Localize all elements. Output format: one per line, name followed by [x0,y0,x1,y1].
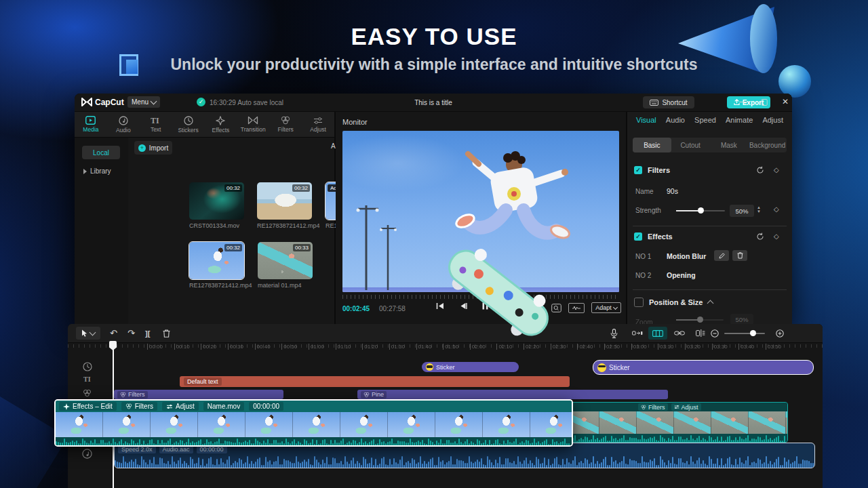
subtab-mask[interactable]: Mask [710,138,749,152]
keyframe-diamond-icon[interactable]: ◇ [774,205,779,213]
sidebar-item-library[interactable]: Library [83,167,111,175]
tab-adjust[interactable]: Adjust [302,112,334,137]
maximize-button[interactable]: ▢ [759,97,770,106]
link-icon[interactable] [674,330,685,336]
delete-effect-button[interactable] [732,250,747,261]
tab-effects[interactable]: Effects [205,112,237,137]
timeline-zoom-slider[interactable] [724,333,765,334]
reset-icon[interactable] [756,166,764,174]
snap-icon[interactable] [632,330,643,336]
keyframe-diamond-icon[interactable]: ◇ [774,166,779,174]
tab-text[interactable]: TI Text [140,112,172,137]
sidebar-item-local[interactable]: Local [82,146,120,159]
strength-stepper[interactable]: ▲▼ [757,206,761,214]
filters-badge[interactable]: Filters [121,402,157,411]
badge-label: Name.mov [208,403,240,410]
import-button[interactable]: + Import [134,141,172,155]
library-label: Library [90,167,111,175]
filter-clip[interactable]: Pine [357,390,668,399]
tab-visual[interactable]: Visual [636,116,656,128]
media-thumbnail[interactable]: 00:33 [258,242,313,279]
text-clip[interactable]: Default text [180,376,570,387]
mic-icon[interactable] [610,329,618,338]
adjust-badge[interactable]: Adjust [162,402,199,411]
filmstrip-frame [599,411,637,434]
media-thumbnail[interactable]: 00:32 [189,242,244,279]
tab-stickers[interactable]: Stickers [172,112,205,137]
zoom-slider[interactable] [676,319,724,321]
app-window: CapCut Menu ✓ 16:30:29 Auto save local T… [75,94,792,324]
waveform-toggle[interactable] [568,303,585,313]
media-filename: material 01.mp4 [258,282,315,289]
subtab-background[interactable]: Background [748,138,787,152]
transport-controls [436,302,488,310]
shortcut-button[interactable]: Shortcut [643,96,694,108]
media-item[interactable]: 00:33 material 01.mp4 [258,242,315,289]
effects-checkbox[interactable]: ✓ [634,232,642,241]
adapt-dropdown[interactable]: Adapt [591,302,621,313]
zoom-out-icon[interactable] [711,329,719,338]
reset-icon[interactable] [756,232,764,241]
undo-button[interactable]: ↶ [110,328,117,338]
split-button[interactable]: ][ [145,329,150,338]
subtab-basic[interactable]: Basic [633,138,671,152]
filmstrip-frame [749,411,786,434]
text-icon: TI [151,116,161,125]
effects-edit-badge[interactable]: Effects – Edit [59,402,117,411]
tab-adjust-insp[interactable]: Adjust [762,116,783,128]
position-checkbox[interactable] [634,298,644,307]
preview-zoom-icon[interactable] [551,304,561,312]
tab-audio-insp[interactable]: Audio [666,116,685,128]
filmstrip-frame [435,412,483,437]
zoom-value[interactable]: 50% [730,314,753,325]
timeline-ruler[interactable]: 00:0000:1000:2000:3000:4000:5001:0001:10… [68,342,823,352]
adjust-icon [313,117,323,125]
tab-animate[interactable]: Animate [726,116,753,128]
media-item[interactable]: 00:32 CRST001334.mov [189,182,246,229]
pause-button[interactable] [482,302,488,310]
ruler-tick: 02:10 [496,344,512,350]
media-item[interactable]: 00:32 RE127838721412.mp4 [257,182,314,229]
frame-back-button[interactable] [459,302,467,310]
ruler-tick: 00:00 [147,344,163,350]
tab-speed[interactable]: Speed [694,116,716,128]
tab-label: Text [151,126,161,133]
skip-start-button[interactable] [436,302,444,310]
zoom-in-icon[interactable] [776,329,784,338]
zoom-callout-clip[interactable]: Effects – Edit Filters Adjust Name.mov 0… [54,399,573,447]
tab-media[interactable]: Media [75,112,107,137]
media-item[interactable]: 00:32 RE127838721412.mp4 [189,242,246,289]
filter-icon [363,392,370,398]
media-thumbnail[interactable]: 00:32 [257,182,312,220]
select-tool-button[interactable] [76,327,100,340]
media-thumbnail[interactable]: 00:32 [189,182,244,220]
strength-slider[interactable] [676,210,725,211]
callout-wave [56,437,572,445]
delete-button[interactable] [163,329,170,338]
preview-frames-button[interactable] [648,327,667,340]
filters-section-header: ✓ Filters [634,166,670,174]
collapse-caret-icon[interactable] [707,300,714,307]
filmstrip-frame [711,411,749,434]
split-clip-icon[interactable] [696,329,705,337]
video-preview[interactable] [342,131,619,292]
filter-clip[interactable]: Filters [114,390,283,399]
subtab-cutout[interactable]: Cutout [671,138,710,152]
tab-filters[interactable]: Filters [269,112,302,137]
tab-audio[interactable]: Audio [107,112,140,137]
tab-label: Effects [212,127,230,134]
inspector-panel: Visual Audio Speed Animate Adjust Basic … [627,112,792,324]
promo-screenshot: EASY TO USE Unlock your productivity wit… [0,0,868,488]
minimize-button[interactable]: — [738,97,749,106]
sticker-clip-selected[interactable]: Sticker [593,360,814,375]
strength-value[interactable]: 50% [730,205,754,217]
filters-checkbox[interactable]: ✓ [634,166,642,174]
keyframe-diamond-icon[interactable]: ◇ [774,232,779,240]
redo-button[interactable]: ↷ [127,328,135,338]
edit-pencil-button[interactable] [714,250,729,261]
sticker-clip[interactable]: Sticker [422,362,519,372]
adapt-label: Adapt [595,304,612,311]
preview-scrub-bar[interactable] [342,295,619,302]
tab-transition[interactable]: Transition [237,112,269,137]
close-button[interactable]: ✕ [780,97,791,106]
